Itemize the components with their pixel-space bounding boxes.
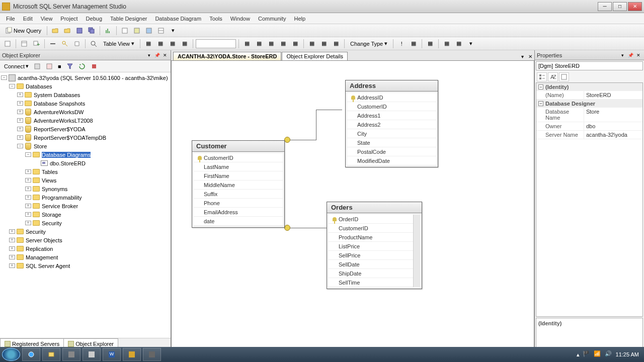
tree-system-db[interactable]: +System Databases (1, 90, 170, 99)
prop-server-value[interactable]: acantha-32\yoda (584, 131, 642, 139)
tb-k-button[interactable]: ▦ (425, 38, 436, 49)
doc-tabs-dropdown[interactable]: ▾ (518, 52, 526, 60)
oe-btn-2[interactable] (44, 62, 55, 71)
prop-pages-button[interactable] (559, 72, 569, 81)
menu-table-designer[interactable]: Table Designer (106, 15, 151, 23)
properties-grid[interactable]: −(Identity) (Name)StoreERD −Database Des… (536, 82, 643, 317)
tray-clock[interactable]: 11:25 AM (616, 351, 639, 357)
tb-index-button[interactable] (71, 38, 83, 49)
tree-server-objects[interactable]: +Server Objects (1, 236, 170, 244)
tb-template-button[interactable] (143, 25, 154, 36)
menu-window[interactable]: Window (226, 15, 254, 23)
prop-close-button[interactable]: ✕ (635, 52, 642, 59)
tree-storage[interactable]: +Storage (1, 210, 170, 219)
oe-filter-button[interactable] (64, 62, 75, 71)
tb-g-button[interactable]: ▦ (318, 38, 330, 49)
tb-d-button[interactable]: ▦ (278, 38, 289, 49)
menu-help[interactable]: Help (290, 15, 310, 23)
minimize-button[interactable]: ─ (598, 2, 612, 11)
oe-btn-3[interactable]: ■ (56, 62, 63, 70)
erd-table-customer[interactable]: Customer CustomerID LastName FirstName M… (192, 140, 285, 228)
change-type-dropdown[interactable]: Change Type▾ (347, 39, 390, 48)
tb-oe-button[interactable] (119, 25, 130, 36)
task-ie[interactable] (22, 348, 40, 361)
erd-canvas[interactable]: Customer CustomerID LastName FirstName M… (171, 60, 534, 349)
tb-relationship-button[interactable] (47, 38, 58, 49)
tree-sql-agent[interactable]: +SQL Server Agent (1, 261, 170, 270)
tb-m-button[interactable]: ▦ (453, 38, 464, 49)
prop-cat-identity[interactable]: −(Identity) (536, 83, 642, 91)
prop-cat-designer[interactable]: −Database Designer (536, 100, 642, 108)
prop-name-value[interactable]: StoreERD (584, 91, 642, 99)
panel-pin-button[interactable]: 📌 (153, 52, 160, 59)
tb-i-button[interactable]: ! (396, 38, 407, 49)
tb-a-button[interactable]: ▦ (242, 38, 253, 49)
menu-edit[interactable]: Edit (19, 15, 37, 23)
tree-databases[interactable]: −Databases (1, 82, 170, 90)
tree-diagram-item[interactable]: dbo.StoreERD (1, 159, 170, 167)
tb-dropdown-button[interactable]: ▾ (168, 25, 179, 36)
tb-grid4-button[interactable]: ▦ (179, 38, 190, 49)
prop-dbname-value[interactable]: Store (584, 108, 642, 122)
tb-h-button[interactable]: ▦ (331, 38, 342, 49)
tb-grid1-button[interactable]: ▦ (143, 38, 154, 49)
connect-button[interactable]: Connect▾ (2, 62, 31, 70)
tb-c-button[interactable]: ▦ (266, 38, 277, 49)
menu-debug[interactable]: Debug (82, 15, 106, 23)
doc-tab-oe-details[interactable]: Object Explorer Details (282, 52, 348, 60)
tray-show-hidden[interactable]: ▴ (577, 351, 580, 358)
task-app3[interactable] (123, 348, 141, 361)
tree-db-store[interactable]: −Store (1, 142, 170, 150)
tb-f-button[interactable]: ▦ (306, 38, 317, 49)
task-app1[interactable] (62, 348, 80, 361)
zoom-combo[interactable] (196, 39, 236, 48)
tb-grid2-button[interactable]: ▦ (155, 38, 166, 49)
tb-key-button[interactable] (59, 38, 70, 49)
menu-project[interactable]: Project (56, 15, 82, 23)
panel-dropdown-button[interactable]: ▾ (145, 52, 152, 59)
erd-table-address[interactable]: Address AddressID CustomerID Address1 Ad… (345, 80, 438, 167)
task-app2[interactable] (83, 348, 101, 361)
tb-activity-button[interactable] (103, 25, 114, 36)
oe-btn-6[interactable] (89, 62, 100, 71)
tree-security[interactable]: +Security (1, 227, 170, 236)
tb-e-button[interactable]: ▦ (290, 38, 301, 49)
task-ssms[interactable] (143, 348, 161, 361)
prop-dropdown-button[interactable]: ▾ (619, 52, 626, 59)
tree-snapshots[interactable]: +Database Snapshots (1, 99, 170, 108)
doc-tab-storeerd[interactable]: ACANTHA-32\YODA.Store - StoreERD (173, 52, 281, 60)
tb-script-button[interactable] (2, 38, 13, 49)
tray-volume-icon[interactable]: 🔊 (605, 350, 613, 358)
tb-open-file-button[interactable] (62, 25, 73, 36)
tree-synonyms[interactable]: +Synonyms (1, 185, 170, 193)
tb-b-button[interactable]: ▦ (254, 38, 265, 49)
prop-owner-value[interactable]: dbo (584, 122, 642, 130)
tree-db-rsyodatemp[interactable]: +ReportServer$YODATempDB (1, 133, 170, 142)
maximize-button[interactable]: □ (613, 2, 627, 11)
tree-security-db[interactable]: +Security (1, 219, 170, 227)
table-view-dropdown[interactable]: Table View▾ (100, 39, 137, 48)
tray-action-center-icon[interactable]: 🏴 (583, 350, 591, 358)
tb-registered-button[interactable] (131, 25, 142, 36)
task-explorer[interactable] (42, 348, 60, 361)
menu-view[interactable]: View (37, 15, 57, 23)
relation-endpoint-2[interactable] (284, 225, 290, 231)
tb-open-button[interactable] (50, 25, 61, 36)
tree-views[interactable]: +Views (1, 176, 170, 185)
tree-management[interactable]: +Management (1, 253, 170, 261)
tb-addtable-button[interactable]: + (31, 38, 42, 49)
tree-db-awdw[interactable]: +AdventureWorksDW (1, 108, 170, 116)
object-explorer-tree[interactable]: −acantha-32\yoda (SQL Server 10.50.1600 … (0, 72, 171, 338)
tree-replication[interactable]: +Replication (1, 244, 170, 253)
doc-tab-close[interactable]: ✕ (526, 52, 534, 60)
new-query-button[interactable]: New Query (2, 26, 44, 35)
tb-l-button[interactable]: ▦ (441, 38, 452, 49)
tree-db-rsyoda[interactable]: +ReportServer$YODA (1, 125, 170, 133)
panel-close-button[interactable]: ✕ (162, 52, 169, 59)
erd-table-orders[interactable]: Orders OrderID CustomerID ProductName Li… (327, 202, 422, 289)
prop-categorized-button[interactable] (537, 72, 547, 81)
tb-grid3-button[interactable]: ▦ (167, 38, 178, 49)
start-button[interactable] (2, 348, 20, 361)
tree-db-awlt[interactable]: +AdventureWorksLT2008 (1, 116, 170, 125)
tree-tables[interactable]: +Tables (1, 167, 170, 176)
